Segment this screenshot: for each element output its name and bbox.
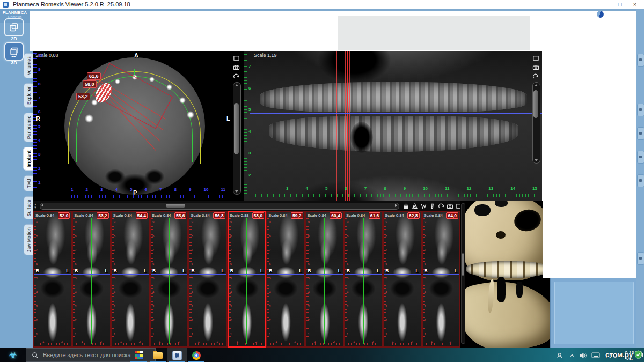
lingual-label: L [105, 268, 108, 274]
slice-scale-label: Scale 0,84 [152, 213, 171, 218]
cross-section-slice[interactable]: 987654321 12 B L Scale 0,84 54,4 [111, 211, 150, 348]
cross-section-slice[interactable]: 987654321 12 B L Scale 0,88 58,0 [228, 211, 266, 348]
pano-slice-line[interactable] [356, 51, 356, 201]
scroll-right-icon[interactable] [395, 204, 397, 207]
cross-section-slice[interactable]: 987654321 12 B L Scale 0,84 53,2 [72, 211, 111, 348]
sidebar-tab-panoramic[interactable]: Panoramic [24, 113, 34, 142]
pano-slice-line[interactable] [347, 51, 348, 201]
cross-section-slice[interactable]: 987654321 12 B L Scale 0,84 62,8 [383, 211, 421, 348]
pano-slice-line[interactable] [354, 51, 354, 201]
blank-toolbar-area [30, 11, 636, 51]
slice-scrollbar[interactable] [40, 203, 399, 210]
axial-scrollbar-thumb[interactable] [234, 103, 239, 154]
mode-2d-button[interactable] [4, 18, 24, 36]
axial-horizontal-ruler [69, 195, 230, 198]
camera-icon[interactable] [532, 63, 539, 71]
cross-section-slice[interactable]: 987654321 12 B L Scale 0,84 55,6 [150, 211, 188, 348]
pano-slice-line[interactable] [341, 51, 341, 201]
flip-icon[interactable] [411, 202, 419, 210]
mode-3d-button[interactable] [4, 42, 24, 61]
slice-position-badge: 52,0 [58, 212, 70, 219]
pano-scrollbar[interactable] [532, 82, 540, 164]
keyboard-icon[interactable] [590, 348, 601, 362]
pano-slice-line[interactable] [343, 51, 343, 201]
start-button[interactable]: ☣ [0, 348, 26, 362]
restore-button[interactable]: □ [612, 0, 628, 9]
pano-slice-line[interactable] [352, 51, 352, 201]
axial-view[interactable]: Scale 0,88 A R L P 10987654321 123456789… [33, 51, 244, 201]
pano-slice-line[interactable] [339, 51, 339, 201]
cross-section-slice[interactable]: 987654321 12 B L Scale 0,84 52,0 [33, 211, 72, 348]
minimize-button[interactable]: – [592, 0, 609, 9]
volume-icon[interactable] [579, 348, 588, 362]
rotate-icon[interactable] [437, 202, 445, 210]
volume-3d-view[interactable] [460, 201, 550, 348]
view3d-scrollbar-thumb[interactable] [462, 253, 464, 276]
people-tray-icon[interactable] [555, 348, 566, 362]
right-panel-tab-handle[interactable] [637, 54, 644, 67]
rotate-icon[interactable] [532, 72, 539, 80]
pano-slice-line[interactable] [336, 51, 337, 201]
lingual-label: L [66, 268, 69, 274]
tray-expand-icon[interactable] [568, 348, 576, 362]
pano-slice-line[interactable] [349, 51, 350, 201]
camera-icon[interactable] [447, 202, 454, 210]
slice-ruler-horizontal [310, 343, 340, 345]
taskbar-app-chrome[interactable] [187, 348, 206, 362]
slice-ruler-horizontal [154, 343, 184, 345]
cross-section-slice[interactable]: 987654321 12 B L Scale 0,84 61,6 [344, 211, 383, 348]
slice-scale-label: Scale 0,84 [346, 213, 365, 218]
abutment-icon[interactable] [429, 202, 436, 210]
slice-scrollbar-thumb[interactable] [166, 204, 185, 208]
panoramic-view[interactable]: Scale 1,19 765432 3456789101112131415 [244, 51, 542, 201]
right-panel-tab-handle[interactable] [637, 127, 644, 140]
sidebar-tab-explorer[interactable]: Explorer [24, 83, 34, 108]
sidebar-tab-tmj[interactable]: TMJ [24, 175, 34, 191]
right-panel-tab-handle[interactable] [637, 151, 644, 164]
right-panel-tab-handle[interactable] [637, 252, 644, 265]
slice-axis-horizontal [73, 274, 109, 275]
pano-slice-line[interactable] [345, 51, 346, 201]
scroll-down-icon[interactable] [235, 190, 238, 193]
sidebar-tab-jaw-motion[interactable]: Jaw Motion [24, 224, 34, 255]
cross-section-slice[interactable]: 987654321 12 B L Scale 0,84 59,2 [266, 211, 305, 348]
sidebar-tab-volumes[interactable]: Volumes [24, 53, 34, 78]
cross-section-slice[interactable]: 987654321 12 B L Scale 0,84 64,0 [422, 211, 460, 348]
slice-axis-horizontal [34, 274, 71, 275]
layout-icon[interactable] [532, 54, 539, 62]
scroll-up-icon[interactable] [535, 84, 538, 86]
right-panel-tab-handle[interactable] [637, 104, 644, 116]
slice-scale-label: Scale 0,84 [113, 213, 132, 218]
axial-scrollbar[interactable] [233, 82, 241, 195]
slice-axis-horizontal [306, 274, 343, 275]
taskbar-app-romexis[interactable] [167, 348, 187, 362]
slice-ruler-horizontal [232, 343, 262, 345]
taskbar-app-rubik[interactable] [129, 348, 148, 362]
bottom-right-panel [550, 278, 637, 348]
scroll-down-icon[interactable] [535, 159, 538, 161]
pano-axis-line[interactable] [250, 113, 542, 114]
cross-section-slice[interactable]: 987654321 12 B L Scale 0,84 56,8 [188, 211, 227, 348]
right-panel-tab-handle[interactable] [637, 174, 644, 187]
layout-icon[interactable] [232, 54, 240, 62]
pano-slice-line[interactable] [358, 51, 358, 201]
collapse-arrows-icon[interactable]: ▲▼ [34, 203, 37, 209]
cross-section-slice[interactable]: 987654321 12 B L Scale 0,84 60,4 [305, 211, 344, 348]
lock-icon[interactable] [402, 202, 409, 210]
pano-vertical-ruler [244, 54, 247, 194]
sidebar-tab-implant[interactable]: Implant [23, 147, 34, 171]
slice-ruler-v-numbers: 987654321 [152, 220, 154, 336]
sidebar-tab-surface[interactable]: Surface [24, 196, 34, 219]
panel-toggle-icon[interactable] [597, 11, 604, 18]
rotate-icon[interactable] [232, 72, 240, 80]
scroll-up-icon[interactable] [235, 84, 238, 86]
implant-icon[interactable] [420, 202, 427, 210]
pano-scrollbar-thumb[interactable] [533, 90, 538, 118]
camera-icon[interactable] [232, 63, 240, 71]
view3d-scrollbar[interactable] [461, 203, 465, 344]
slice-ruler-h-numbers: 12 [42, 340, 63, 343]
scroll-left-icon[interactable] [41, 204, 43, 207]
slice-axis-vertical [208, 218, 208, 344]
close-button[interactable]: × [627, 0, 643, 9]
taskbar-app-explorer[interactable] [148, 348, 167, 362]
